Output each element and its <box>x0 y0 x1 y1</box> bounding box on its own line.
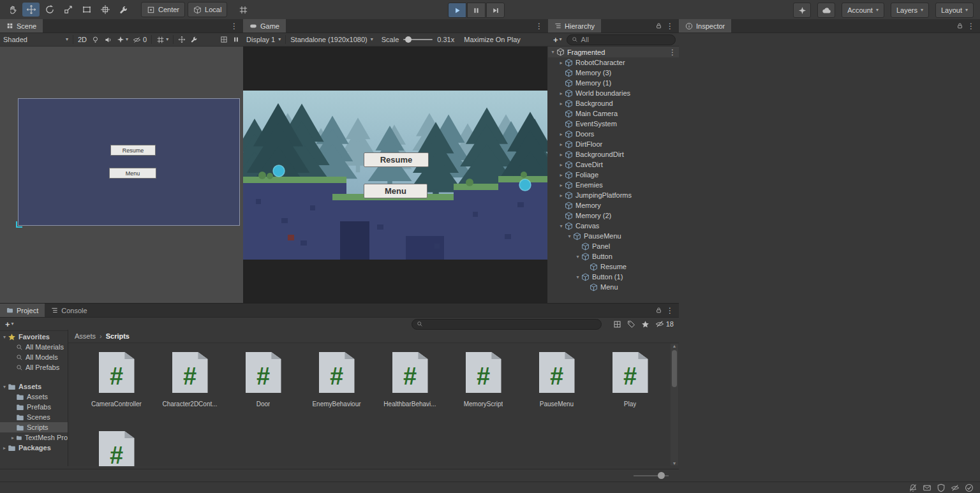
favorite-search-item[interactable]: All Materials <box>0 342 68 352</box>
scene-tools-icon[interactable] <box>178 36 186 43</box>
pivot-toggle-button[interactable]: Center <box>141 2 185 17</box>
scene-camera-settings-icon[interactable] <box>220 36 228 43</box>
game-menu-button[interactable]: Menu <box>364 184 427 198</box>
lock-icon[interactable] <box>956 22 963 29</box>
expand-arrow[interactable]: ▸ <box>558 172 565 178</box>
expand-arrow[interactable]: ▸ <box>558 152 565 158</box>
scene-lighting-icon[interactable] <box>91 36 100 44</box>
kebab-menu-icon[interactable]: ⋮ <box>965 22 977 31</box>
expand-arrow[interactable]: ▸ <box>1 445 8 451</box>
packages-root[interactable]: ▸ Packages <box>0 443 68 453</box>
hierarchy-item[interactable]: ▸ Foliage <box>548 170 679 180</box>
tab-scene[interactable]: Scene <box>0 19 43 33</box>
hierarchy-item[interactable]: Memory (1) <box>548 78 679 88</box>
scene-expand-arrow[interactable]: ▾ <box>549 49 556 55</box>
tab-project[interactable]: Project <box>0 304 45 317</box>
hierarchy-item[interactable]: Main Camera <box>548 108 679 119</box>
grid-snapping-button[interactable] <box>235 3 252 17</box>
kebab-menu-icon[interactable]: ⋮ <box>666 48 679 57</box>
folder-item[interactable]: Prefabs <box>0 402 68 412</box>
step-button[interactable] <box>486 3 505 18</box>
lock-icon[interactable] <box>655 22 662 29</box>
expand-arrow[interactable]: ▸ <box>558 162 565 168</box>
asset-script-item[interactable]: # EnemyBehaviour <box>300 352 373 431</box>
tab-game[interactable]: Game <box>243 19 286 33</box>
expand-arrow[interactable]: ▾ <box>1 384 8 390</box>
hierarchy-item[interactable]: Memory <box>548 200 679 210</box>
favorite-search-icon[interactable] <box>641 320 650 328</box>
rotate-tool-button[interactable] <box>41 3 58 17</box>
display-dropdown[interactable]: Display 1 ▾ <box>246 36 281 43</box>
move-tool-button[interactable] <box>22 3 40 17</box>
play-button[interactable] <box>448 3 466 18</box>
tab-console[interactable]: Console <box>45 304 93 317</box>
asset-script-item[interactable]: # Character2DCont... <box>153 352 226 431</box>
hierarchy-item[interactable]: ▸ Doors <box>548 129 679 139</box>
create-asset-button[interactable]: + ▾ <box>3 320 16 329</box>
hierarchy-item[interactable]: Menu <box>548 282 679 292</box>
scale-slider-thumb[interactable] <box>405 36 412 43</box>
vertical-scrollbar[interactable]: ▲ ▼ <box>671 344 678 466</box>
expand-arrow[interactable]: ▸ <box>10 435 16 441</box>
breadcrumb-root[interactable]: Assets <box>75 332 96 340</box>
kebab-menu-icon[interactable]: ⋮ <box>664 22 676 31</box>
hierarchy-item[interactable]: Resume <box>548 261 679 272</box>
asset-script-item[interactable]: # PauseMenu <box>520 352 593 431</box>
expand-arrow[interactable]: ▸ <box>558 60 565 66</box>
asset-script-item[interactable]: # <box>80 431 153 466</box>
asset-script-item[interactable]: # Play <box>593 352 667 431</box>
security-icon[interactable] <box>937 483 946 492</box>
hierarchy-item[interactable]: Memory (2) <box>548 210 679 221</box>
layout-dropdown[interactable]: Layout ▾ <box>935 3 974 18</box>
canvas-corner-handle[interactable] <box>16 221 22 228</box>
expand-arrow[interactable]: ▸ <box>558 142 565 147</box>
expand-arrow[interactable]: ▸ <box>558 91 565 96</box>
scroll-down-arrow[interactable]: ▼ <box>671 461 678 466</box>
favorite-search-item[interactable]: All Models <box>0 352 68 362</box>
pause-button[interactable] <box>467 3 486 18</box>
expand-arrow[interactable]: ▸ <box>558 182 565 188</box>
transform-tool-button[interactable] <box>96 3 114 17</box>
expand-arrow[interactable]: ▾ <box>558 223 565 229</box>
lock-icon[interactable] <box>655 307 662 314</box>
expand-arrow[interactable]: ▸ <box>558 131 565 137</box>
project-search-input[interactable] <box>412 319 602 330</box>
hierarchy-item[interactable]: ▸ Background <box>548 98 679 108</box>
hierarchy-item[interactable]: ▸ JumpingPlatforms <box>548 190 679 200</box>
scrollbar-thumb[interactable] <box>672 350 677 387</box>
tab-hierarchy[interactable]: Hierarchy <box>548 19 601 33</box>
assets-root[interactable]: ▾ Assets <box>0 381 68 392</box>
asset-zoom-slider[interactable] <box>634 475 669 476</box>
hierarchy-item[interactable]: ▸ RobotCharacter <box>548 57 679 68</box>
hierarchy-item[interactable]: ▾ Button <box>548 251 679 261</box>
shading-mode-dropdown[interactable]: Shaded ▾ <box>3 36 68 43</box>
scene-audio-icon[interactable] <box>104 36 112 44</box>
game-resume-button[interactable]: Resume <box>364 152 429 167</box>
scene-overlay-toggle-icon[interactable] <box>232 36 240 43</box>
expand-arrow[interactable]: ▾ <box>574 254 581 260</box>
asset-script-item[interactable]: # MemoryScript <box>447 352 520 431</box>
hidden-packages-toggle[interactable]: 18 <box>655 320 674 328</box>
kebab-menu-icon[interactable]: ⋮ <box>664 306 676 315</box>
asset-script-item[interactable]: # HealthbarBehavi... <box>373 352 447 431</box>
tab-inspector[interactable]: Inspector <box>679 19 731 33</box>
expand-arrow[interactable]: ▾ <box>574 274 581 280</box>
hierarchy-item[interactable]: ▸ DirtFloor <box>548 139 679 149</box>
notifications-muted-icon[interactable] <box>909 483 917 492</box>
2d-toggle[interactable]: 2D <box>78 36 87 43</box>
expand-arrow[interactable]: ▾ <box>566 233 573 239</box>
hierarchy-item[interactable]: ▾ PauseMenu <box>548 231 679 241</box>
scale-slider[interactable] <box>403 39 433 40</box>
hierarchy-search-input[interactable]: All <box>567 34 676 45</box>
updates-icon[interactable] <box>951 483 960 492</box>
favorite-search-item[interactable]: All Prefabs <box>0 362 68 372</box>
account-dropdown[interactable]: Account ▾ <box>842 3 884 18</box>
kebab-menu-icon[interactable]: ⋮ <box>228 22 241 31</box>
hand-tool-button[interactable] <box>4 3 21 17</box>
breadcrumb-current[interactable]: Scripts <box>106 332 130 340</box>
hierarchy-item[interactable]: ▸ World boundaries <box>548 88 679 98</box>
hierarchy-item[interactable]: ▾ Button (1) <box>548 272 679 282</box>
expand-arrow[interactable]: ▸ <box>558 193 565 198</box>
game-viewport[interactable]: Resume Menu <box>243 47 547 304</box>
zoom-slider-thumb[interactable] <box>658 472 665 479</box>
